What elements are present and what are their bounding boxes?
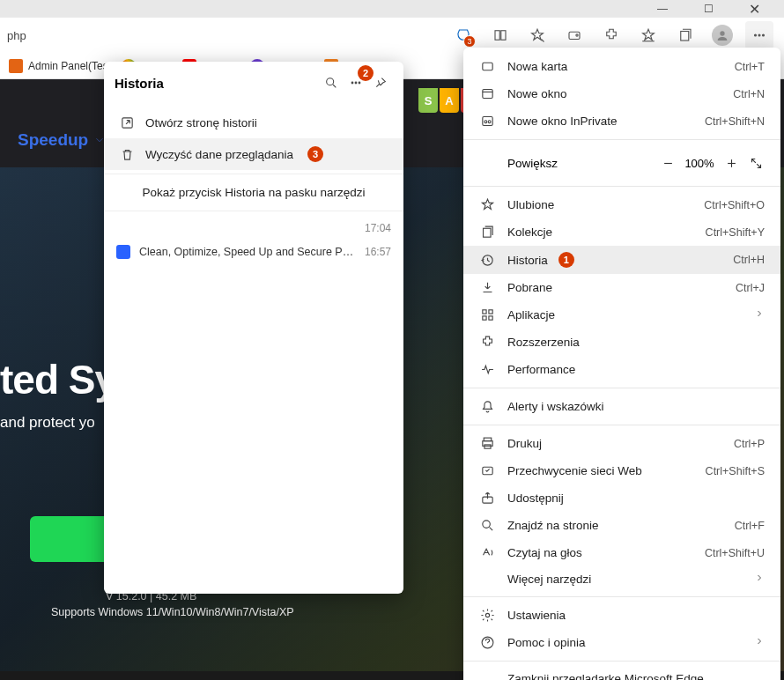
menu-web-capture[interactable]: Przechwycenie sieci Web Ctrl+Shift+S [463, 457, 780, 484]
svg-point-22 [488, 121, 491, 123]
zoom-in-button[interactable] [719, 151, 743, 175]
history-row-time: 16:57 [365, 246, 391, 258]
bookmark-label: Admin Panel(Test) [28, 60, 115, 72]
history-favicon [116, 245, 130, 259]
menu-find[interactable]: Znajdź na stronie Ctrl+F [463, 512, 780, 539]
collections-icon[interactable] [671, 21, 699, 49]
read-aloud-icon [479, 545, 495, 560]
menu-apps[interactable]: Aplikacje [463, 301, 780, 329]
zoom-out-button[interactable] [655, 151, 680, 175]
svg-point-11 [327, 78, 334, 85]
history-search-button[interactable] [319, 70, 344, 95]
chevron-right-icon [754, 636, 765, 649]
close-window-button[interactable]: ✕ [742, 0, 766, 18]
fullscreen-button[interactable] [743, 151, 768, 175]
menu-share[interactable]: Udostępnij [463, 484, 780, 512]
history-badge: 1 [558, 252, 574, 268]
profile-avatar[interactable] [708, 21, 736, 49]
menu-settings[interactable]: Ustawienia [463, 602, 780, 629]
extensions-icon[interactable] [597, 21, 625, 49]
menu-read-aloud[interactable]: Czytaj na głos Ctrl+Shift+U [463, 539, 780, 566]
external-link-icon [120, 115, 135, 130]
svg-point-7 [720, 31, 724, 35]
history-row-text: Clean, Optimize, Speed Up and Secure PC … [139, 246, 356, 258]
menu-shortcut: Ctrl+J [736, 282, 765, 294]
menu-new-inprivate[interactable]: Nowe okno InPrivate Ctrl+Shift+N [463, 107, 780, 135]
clear-browsing-data[interactable]: Wyczyść dane przeglądania 3 [104, 138, 403, 170]
gear-icon [479, 608, 495, 623]
menu-history[interactable]: Historia1 Ctrl+H [463, 246, 780, 274]
chevron-right-icon [754, 573, 765, 586]
svg-rect-6 [681, 32, 689, 41]
svg-point-15 [359, 82, 360, 84]
history-row[interactable]: Clean, Optimize, Speed Up and Secure PC … [104, 240, 403, 264]
puzzle-icon [479, 335, 495, 350]
menu-performance[interactable]: Performance [463, 356, 780, 383]
trash-icon [120, 147, 135, 162]
hero-text: ted Sy and protect yo [0, 356, 116, 432]
menu-separator [463, 388, 780, 388]
bookmark-item[interactable]: Admin Panel(Test) [9, 59, 115, 73]
menu-label: Ustawienia [507, 609, 566, 622]
favorite-star-icon[interactable] [523, 21, 551, 49]
svg-point-14 [355, 82, 357, 84]
history-panel-header: Historia 2 [104, 62, 403, 104]
svg-line-38 [489, 528, 492, 531]
menu-label: Nowe okno InPrivate [507, 115, 618, 128]
menu-label: Przechwycenie sieci Web [507, 464, 642, 477]
menu-separator [463, 186, 780, 187]
svg-point-9 [758, 34, 760, 36]
sale-letter: A [440, 88, 459, 113]
menu-extensions[interactable]: Rozszerzenia [463, 329, 780, 356]
menu-help[interactable]: Pomoc i opinia [463, 629, 780, 656]
menu-label: Alerty i wskazówki [507, 400, 604, 413]
menu-alerts[interactable]: Alerty i wskazówki [463, 393, 780, 420]
menu-shortcut: Ctrl+Shift+O [704, 199, 765, 211]
menu-new-window[interactable]: Nowe okno Ctrl+N [463, 80, 780, 107]
menu-shortcut: Ctrl+F [735, 520, 765, 532]
svg-rect-18 [482, 90, 492, 99]
site-logo[interactable]: Speedup [18, 130, 106, 150]
wallet-icon[interactable] [560, 21, 588, 49]
favorites-bar-icon[interactable] [634, 21, 662, 49]
history-toolbar-group: Pokaż przycisk Historia na pasku narzędz… [104, 174, 403, 211]
address-bar[interactable]: php [0, 29, 449, 42]
menu-label: Wyczyść dane przeglądania [145, 148, 293, 161]
history-pin-button[interactable] [368, 70, 393, 95]
history-row-time: 17:04 [365, 222, 391, 234]
more-menu-button[interactable] [745, 21, 773, 49]
menu-print[interactable]: Drukuj Ctrl+P [463, 430, 780, 457]
menu-favorites[interactable]: Ulubione Ctrl+Shift+O [463, 191, 780, 218]
zoom-label: Powiększ [507, 157, 655, 170]
history-row[interactable]: … 17:04 [104, 217, 403, 240]
menu-label: Performance [507, 363, 575, 376]
search-icon [479, 518, 495, 533]
menu-downloads[interactable]: Pobrane Ctrl+J [463, 274, 780, 301]
menu-label: Drukuj [507, 437, 542, 450]
inprivate-icon [479, 114, 495, 129]
menu-more-tools[interactable]: Więcej narzędzi [463, 566, 780, 592]
history-panel-title: Historia [115, 76, 319, 91]
menu-label: Otwórz stronę historii [145, 116, 257, 129]
menu-separator [463, 425, 780, 425]
menu-new-tab[interactable]: Nowa karta Ctrl+T [463, 53, 780, 80]
svg-rect-26 [483, 228, 491, 237]
shopping-icon[interactable]: 3 [449, 21, 477, 49]
chevron-right-icon [754, 308, 765, 322]
menu-label: Pomoc i opinia [507, 636, 586, 649]
svg-point-10 [763, 34, 765, 36]
history-icon [479, 253, 495, 268]
reader-icon[interactable] [486, 21, 514, 49]
svg-point-39 [485, 613, 489, 617]
svg-rect-0 [495, 31, 499, 41]
maximize-button[interactable]: ☐ [696, 0, 721, 18]
minimize-button[interactable]: — [650, 0, 675, 18]
svg-point-21 [484, 121, 486, 123]
history-more-button[interactable]: 2 [344, 70, 368, 95]
svg-point-13 [351, 82, 353, 84]
show-history-button-toggle[interactable]: Pokaż przycisk Historia na pasku narzędz… [104, 178, 403, 207]
open-history-page[interactable]: Otwórz stronę historii [104, 107, 403, 138]
svg-point-8 [755, 34, 757, 36]
menu-close-browser[interactable]: Zamknij przeglądarkę Microsoft Edge [463, 666, 780, 680]
menu-collections[interactable]: Kolekcje Ctrl+Shift+Y [463, 218, 780, 246]
